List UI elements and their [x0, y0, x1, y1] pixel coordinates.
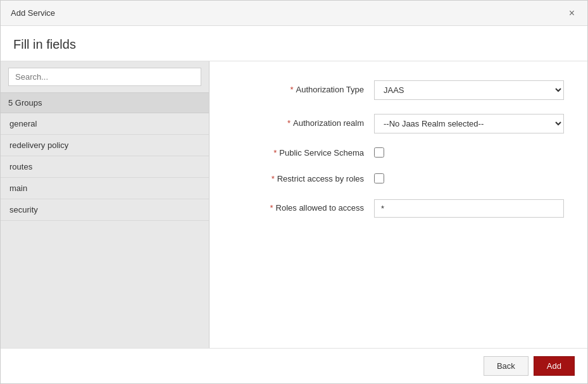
- restrict-access-checkbox[interactable]: [374, 173, 384, 183]
- public-schema-label: *Public Service Schema: [235, 147, 374, 159]
- form-row-authorization-type: *Authorization Type JAAS Basic None: [235, 80, 562, 100]
- sidebar-item-security[interactable]: security: [1, 199, 209, 221]
- sidebar-item-main[interactable]: main: [1, 178, 209, 199]
- sidebar: 5 Groups general redelivery policy route…: [1, 61, 210, 348]
- authorization-realm-label: *Authorization realm: [235, 118, 374, 129]
- search-container: [1, 61, 209, 92]
- add-service-modal: Add Service × Fill in fields 5 Groups ge…: [0, 0, 588, 384]
- restrict-access-label: *Restrict access by roles: [235, 173, 374, 185]
- modal-footer: Back Add: [1, 348, 587, 383]
- required-star-3: *: [273, 148, 277, 158]
- sidebar-item-redelivery-policy[interactable]: redelivery policy: [1, 135, 209, 156]
- public-schema-checkbox[interactable]: [374, 147, 384, 158]
- form-row-authorization-realm: *Authorization realm --No Jaas Realm sel…: [235, 114, 562, 133]
- page-title: Fill in fields: [13, 37, 575, 52]
- form-row-public-schema: *Public Service Schema: [235, 147, 562, 159]
- modal-title: Add Service: [11, 8, 55, 18]
- form-area: *Authorization Type JAAS Basic None: [210, 61, 587, 348]
- back-button[interactable]: Back: [484, 356, 529, 376]
- roles-allowed-wrapper: [374, 199, 564, 218]
- sidebar-item-general[interactable]: general: [1, 113, 209, 135]
- restrict-access-wrapper: [374, 173, 562, 185]
- groups-header: 5 Groups: [1, 92, 209, 113]
- search-input[interactable]: [8, 68, 201, 86]
- roles-allowed-label: *Roles allowed to access: [235, 202, 374, 214]
- modal-body: Fill in fields 5 Groups general redelive…: [1, 26, 587, 348]
- public-schema-wrapper: [374, 147, 562, 159]
- authorization-type-label: *Authorization Type: [235, 84, 374, 96]
- sidebar-nav: general redelivery policy routes main se…: [1, 113, 209, 221]
- required-star-4: *: [272, 174, 275, 183]
- add-button[interactable]: Add: [534, 356, 575, 376]
- authorization-type-select[interactable]: JAAS Basic None: [374, 80, 564, 100]
- authorization-realm-select[interactable]: --No Jaas Realm selected--: [374, 114, 564, 133]
- required-star: *: [290, 85, 293, 94]
- modal-header: Add Service ×: [1, 1, 587, 26]
- form-row-roles-allowed: *Roles allowed to access: [235, 199, 562, 218]
- close-button[interactable]: ×: [566, 8, 577, 18]
- required-star-2: *: [287, 118, 291, 128]
- content-area: 5 Groups general redelivery policy route…: [1, 61, 587, 348]
- form-row-restrict-access: *Restrict access by roles: [235, 173, 562, 185]
- sidebar-item-routes[interactable]: routes: [1, 156, 209, 178]
- authorization-type-wrapper: JAAS Basic None: [374, 80, 564, 100]
- page-title-bar: Fill in fields: [1, 26, 587, 61]
- required-star-5: *: [270, 203, 273, 213]
- roles-allowed-input[interactable]: [374, 199, 564, 218]
- authorization-realm-wrapper: --No Jaas Realm selected--: [374, 114, 564, 133]
